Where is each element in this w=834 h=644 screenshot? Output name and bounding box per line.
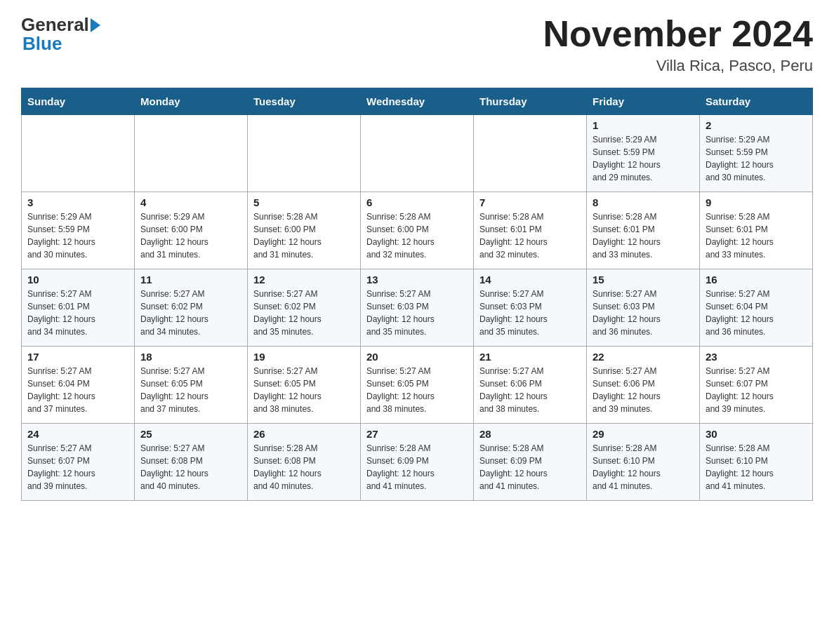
table-row: 6Sunrise: 5:28 AM Sunset: 6:00 PM Daylig… <box>361 192 474 269</box>
table-row: 10Sunrise: 5:27 AM Sunset: 6:01 PM Dayli… <box>22 269 135 347</box>
day-info: Sunrise: 5:28 AM Sunset: 6:10 PM Dayligh… <box>706 442 807 492</box>
day-number: 13 <box>366 274 468 286</box>
location-title: Villa Rica, Pasco, Peru <box>543 57 813 75</box>
day-number: 6 <box>366 196 468 208</box>
table-row <box>361 115 474 192</box>
table-row <box>22 115 135 192</box>
calendar-week-1: 1Sunrise: 5:29 AM Sunset: 5:59 PM Daylig… <box>22 115 813 192</box>
table-row: 28Sunrise: 5:28 AM Sunset: 6:09 PM Dayli… <box>474 424 587 501</box>
col-thursday: Thursday <box>474 88 587 115</box>
day-number: 15 <box>593 274 694 286</box>
table-row: 1Sunrise: 5:29 AM Sunset: 5:59 PM Daylig… <box>587 115 700 192</box>
day-number: 11 <box>140 274 241 286</box>
table-row: 7Sunrise: 5:28 AM Sunset: 6:01 PM Daylig… <box>474 192 587 269</box>
day-info: Sunrise: 5:27 AM Sunset: 6:06 PM Dayligh… <box>593 365 694 415</box>
day-number: 23 <box>706 351 807 363</box>
table-row <box>248 115 361 192</box>
day-info: Sunrise: 5:27 AM Sunset: 6:04 PM Dayligh… <box>27 365 128 415</box>
table-row: 30Sunrise: 5:28 AM Sunset: 6:10 PM Dayli… <box>700 424 813 501</box>
table-row: 4Sunrise: 5:29 AM Sunset: 6:00 PM Daylig… <box>135 192 248 269</box>
day-info: Sunrise: 5:28 AM Sunset: 6:01 PM Dayligh… <box>706 210 807 261</box>
table-row: 15Sunrise: 5:27 AM Sunset: 6:03 PM Dayli… <box>587 269 700 347</box>
day-number: 24 <box>27 428 128 440</box>
logo-triangle-icon <box>91 18 100 32</box>
day-info: Sunrise: 5:28 AM Sunset: 6:08 PM Dayligh… <box>253 442 355 492</box>
day-info: Sunrise: 5:27 AM Sunset: 6:02 PM Dayligh… <box>140 288 241 338</box>
day-number: 20 <box>366 351 468 363</box>
day-info: Sunrise: 5:27 AM Sunset: 6:05 PM Dayligh… <box>366 365 468 415</box>
table-row: 9Sunrise: 5:28 AM Sunset: 6:01 PM Daylig… <box>700 192 813 269</box>
day-number: 3 <box>27 196 128 208</box>
day-info: Sunrise: 5:27 AM Sunset: 6:01 PM Dayligh… <box>27 288 128 338</box>
table-row: 17Sunrise: 5:27 AM Sunset: 6:04 PM Dayli… <box>22 347 135 424</box>
table-row: 5Sunrise: 5:28 AM Sunset: 6:00 PM Daylig… <box>248 192 361 269</box>
table-row: 19Sunrise: 5:27 AM Sunset: 6:05 PM Dayli… <box>248 347 361 424</box>
day-number: 4 <box>140 196 241 208</box>
day-number: 28 <box>479 428 581 440</box>
table-row: 8Sunrise: 5:28 AM Sunset: 6:01 PM Daylig… <box>587 192 700 269</box>
day-number: 19 <box>253 351 355 363</box>
day-number: 9 <box>706 196 807 208</box>
day-number: 16 <box>706 274 807 286</box>
table-row: 12Sunrise: 5:27 AM Sunset: 6:02 PM Dayli… <box>248 269 361 347</box>
day-number: 22 <box>593 351 694 363</box>
day-number: 2 <box>706 119 807 131</box>
day-info: Sunrise: 5:28 AM Sunset: 6:00 PM Dayligh… <box>366 210 468 261</box>
day-info: Sunrise: 5:27 AM Sunset: 6:06 PM Dayligh… <box>479 365 581 415</box>
day-info: Sunrise: 5:28 AM Sunset: 6:01 PM Dayligh… <box>593 210 694 261</box>
day-info: Sunrise: 5:27 AM Sunset: 6:07 PM Dayligh… <box>706 365 807 415</box>
table-row: 22Sunrise: 5:27 AM Sunset: 6:06 PM Dayli… <box>587 347 700 424</box>
day-info: Sunrise: 5:27 AM Sunset: 6:05 PM Dayligh… <box>140 365 241 415</box>
day-info: Sunrise: 5:27 AM Sunset: 6:03 PM Dayligh… <box>366 288 468 338</box>
header-row: Sunday Monday Tuesday Wednesday Thursday… <box>22 88 813 115</box>
day-info: Sunrise: 5:28 AM Sunset: 6:01 PM Dayligh… <box>479 210 581 261</box>
table-row: 20Sunrise: 5:27 AM Sunset: 6:05 PM Dayli… <box>361 347 474 424</box>
day-info: Sunrise: 5:29 AM Sunset: 5:59 PM Dayligh… <box>27 210 128 261</box>
day-number: 10 <box>27 274 128 286</box>
col-saturday: Saturday <box>700 88 813 115</box>
day-info: Sunrise: 5:29 AM Sunset: 6:00 PM Dayligh… <box>140 210 241 261</box>
logo: General Blue <box>21 14 102 55</box>
day-info: Sunrise: 5:27 AM Sunset: 6:02 PM Dayligh… <box>253 288 355 338</box>
day-number: 27 <box>366 428 468 440</box>
table-row: 2Sunrise: 5:29 AM Sunset: 5:59 PM Daylig… <box>700 115 813 192</box>
col-monday: Monday <box>135 88 248 115</box>
day-info: Sunrise: 5:28 AM Sunset: 6:09 PM Dayligh… <box>479 442 581 492</box>
title-area: November 2024 Villa Rica, Pasco, Peru <box>543 14 813 75</box>
day-number: 12 <box>253 274 355 286</box>
day-info: Sunrise: 5:27 AM Sunset: 6:07 PM Dayligh… <box>27 442 128 492</box>
calendar-week-5: 24Sunrise: 5:27 AM Sunset: 6:07 PM Dayli… <box>22 424 813 501</box>
table-row: 11Sunrise: 5:27 AM Sunset: 6:02 PM Dayli… <box>135 269 248 347</box>
table-row: 29Sunrise: 5:28 AM Sunset: 6:10 PM Dayli… <box>587 424 700 501</box>
table-row: 23Sunrise: 5:27 AM Sunset: 6:07 PM Dayli… <box>700 347 813 424</box>
day-info: Sunrise: 5:27 AM Sunset: 6:03 PM Dayligh… <box>479 288 581 338</box>
day-number: 30 <box>706 428 807 440</box>
day-number: 21 <box>479 351 581 363</box>
table-row: 14Sunrise: 5:27 AM Sunset: 6:03 PM Dayli… <box>474 269 587 347</box>
col-sunday: Sunday <box>22 88 135 115</box>
col-friday: Friday <box>587 88 700 115</box>
day-number: 14 <box>479 274 581 286</box>
day-info: Sunrise: 5:28 AM Sunset: 6:10 PM Dayligh… <box>593 442 694 492</box>
table-row: 26Sunrise: 5:28 AM Sunset: 6:08 PM Dayli… <box>248 424 361 501</box>
table-row: 16Sunrise: 5:27 AM Sunset: 6:04 PM Dayli… <box>700 269 813 347</box>
day-number: 7 <box>479 196 581 208</box>
month-title: November 2024 <box>543 14 813 54</box>
calendar-week-2: 3Sunrise: 5:29 AM Sunset: 5:59 PM Daylig… <box>22 192 813 269</box>
table-row <box>474 115 587 192</box>
day-info: Sunrise: 5:28 AM Sunset: 6:00 PM Dayligh… <box>253 210 355 261</box>
table-row: 27Sunrise: 5:28 AM Sunset: 6:09 PM Dayli… <box>361 424 474 501</box>
day-number: 8 <box>593 196 694 208</box>
day-number: 18 <box>140 351 241 363</box>
day-number: 5 <box>253 196 355 208</box>
day-number: 1 <box>593 119 694 131</box>
col-wednesday: Wednesday <box>361 88 474 115</box>
calendar-table: Sunday Monday Tuesday Wednesday Thursday… <box>21 88 813 501</box>
table-row: 18Sunrise: 5:27 AM Sunset: 6:05 PM Dayli… <box>135 347 248 424</box>
day-number: 17 <box>27 351 128 363</box>
day-number: 25 <box>140 428 241 440</box>
calendar-week-4: 17Sunrise: 5:27 AM Sunset: 6:04 PM Dayli… <box>22 347 813 424</box>
day-info: Sunrise: 5:27 AM Sunset: 6:04 PM Dayligh… <box>706 288 807 338</box>
table-row: 3Sunrise: 5:29 AM Sunset: 5:59 PM Daylig… <box>22 192 135 269</box>
logo-blue-word: Blue <box>22 33 62 54</box>
